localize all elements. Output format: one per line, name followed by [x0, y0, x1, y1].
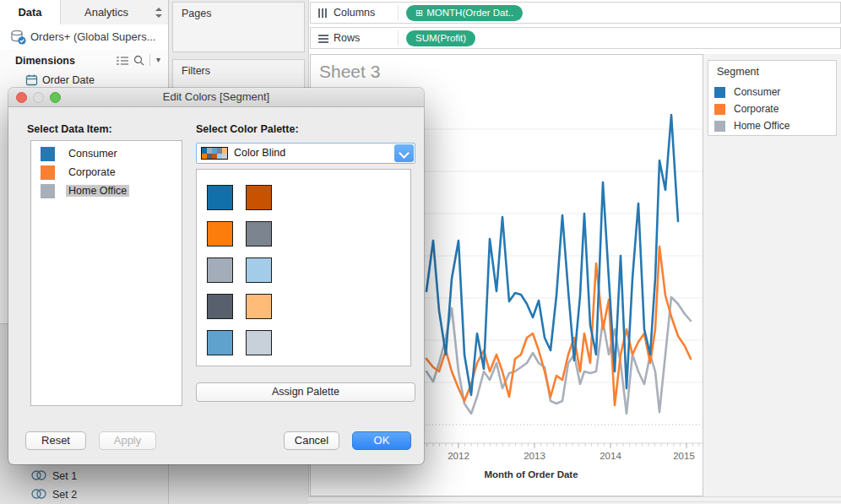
- legend-area: Segment Consumer Corporate Home Office: [703, 54, 841, 496]
- data-item-consumer[interactable]: Consumer: [31, 145, 182, 164]
- legend-item-corporate[interactable]: Corporate: [708, 103, 835, 118]
- chevron-down-icon: [399, 148, 410, 159]
- data-item-corporate[interactable]: Corporate: [31, 164, 182, 182]
- data-item-label: Home Office: [66, 185, 129, 197]
- dialog-titlebar[interactable]: Edit Colors [Segment]: [8, 88, 424, 107]
- svg-text:2012: 2012: [448, 451, 469, 461]
- search-icon[interactable]: [133, 55, 144, 66]
- pill-month-order-date[interactable]: ⊞MONTH(Order Dat..: [406, 5, 523, 21]
- calendar-icon: [25, 73, 38, 86]
- dimensions-header: Dimensions ▾: [0, 50, 168, 72]
- palette-swatch[interactable]: [207, 330, 233, 355]
- pane-sort-icon[interactable]: [155, 8, 163, 18]
- palette-swatch[interactable]: [246, 294, 272, 319]
- palette-swatch-grid[interactable]: [207, 185, 272, 355]
- svg-text:2014: 2014: [600, 451, 621, 461]
- pages-shelf[interactable]: Pages: [172, 2, 305, 52]
- palette-swatch-panel: [196, 169, 411, 366]
- svg-text:2015: 2015: [673, 451, 695, 461]
- set-1-label: Set 1: [52, 470, 77, 482]
- pages-label: Pages: [182, 8, 211, 19]
- legend-item-home-office[interactable]: Home Office: [708, 120, 835, 135]
- rows-icon: [318, 35, 328, 43]
- data-pane-tabstrip: Data Analytics: [0, 0, 168, 25]
- svg-text:Month of Order Date: Month of Order Date: [484, 469, 578, 480]
- dimensions-label: Dimensions: [15, 55, 75, 67]
- color-swatch: [41, 165, 55, 180]
- reset-button[interactable]: Reset: [25, 431, 86, 450]
- rows-shelf[interactable]: Rows SUM(Profit): [310, 27, 841, 49]
- cancel-button[interactable]: Cancel: [284, 431, 339, 450]
- tableau-window: Data Analytics Orders+ (Global Supers...…: [0, 0, 841, 504]
- dialog-title: Edit Colors [Segment]: [8, 90, 424, 103]
- palette-swatch[interactable]: [207, 185, 233, 210]
- palette-swatch[interactable]: [207, 257, 233, 283]
- color-swatch: [714, 104, 725, 115]
- color-swatch: [714, 121, 725, 132]
- palette-swatch[interactable]: [246, 330, 272, 355]
- expand-icon[interactable]: ⊞: [415, 8, 423, 18]
- data-item-home-office-selected[interactable]: Home Office: [31, 182, 182, 201]
- legend-label: Corporate: [734, 103, 779, 115]
- legend-item-consumer[interactable]: Consumer: [708, 86, 835, 101]
- color-swatch: [41, 184, 55, 198]
- field-order-date[interactable]: Order Date: [0, 72, 168, 89]
- pill-label: MONTH(Order Dat..: [426, 8, 513, 18]
- tab-analytics[interactable]: Analytics: [61, 0, 152, 24]
- ok-button[interactable]: OK: [352, 431, 411, 450]
- palette-dropdown[interactable]: Color Blind: [196, 143, 415, 164]
- palette-swatch[interactable]: [246, 185, 272, 210]
- set-venn-icon: [31, 488, 46, 500]
- set-venn-icon: [31, 469, 46, 481]
- divider: [149, 54, 150, 66]
- columns-shelf[interactable]: Columns ⊞MONTH(Order Dat..: [310, 2, 841, 24]
- svg-text:2013: 2013: [524, 451, 545, 461]
- columns-icon: [318, 8, 328, 18]
- data-item-list: Consumer Corporate Home Office: [30, 140, 182, 406]
- select-data-item-label: Select Data Item:: [27, 123, 112, 135]
- legend-title: Segment: [717, 66, 759, 78]
- color-swatch: [714, 87, 725, 98]
- pill-label: SUM(Profit): [415, 33, 466, 43]
- tab-data[interactable]: Data: [0, 0, 61, 24]
- datasource-row[interactable]: Orders+ (Global Supers...: [0, 24, 168, 50]
- dropdown-button[interactable]: [394, 144, 414, 162]
- rows-shelf-label: Rows: [334, 32, 360, 44]
- select-palette-label: Select Color Palette:: [196, 123, 299, 135]
- legend-label: Home Office: [734, 120, 789, 132]
- set-2-label: Set 2: [52, 489, 77, 501]
- palette-swatch[interactable]: [246, 221, 272, 247]
- database-icon: [10, 30, 27, 46]
- assign-palette-button[interactable]: Assign Palette: [196, 382, 415, 402]
- edit-colors-dialog: Edit Colors [Segment] Select Data Item: …: [8, 88, 424, 464]
- palette-swatch[interactable]: [207, 221, 233, 247]
- set-1-row[interactable]: Set 1: [0, 467, 168, 485]
- data-item-label: Consumer: [66, 148, 120, 160]
- set-2-row[interactable]: Set 2: [0, 485, 168, 504]
- chevron-down-icon[interactable]: ▾: [156, 55, 160, 64]
- palette-preview-icon: [201, 147, 228, 160]
- columns-shelf-label: Columns: [334, 7, 375, 19]
- palette-swatch[interactable]: [246, 257, 272, 283]
- view-list-icon[interactable]: [117, 56, 128, 66]
- palette-name: Color Blind: [234, 147, 285, 159]
- segment-legend-card: Segment Consumer Corporate Home Office: [708, 60, 837, 136]
- color-swatch: [41, 147, 55, 161]
- legend-label: Consumer: [734, 86, 780, 98]
- divider: [308, 501, 841, 502]
- apply-button[interactable]: Apply: [99, 431, 156, 450]
- field-label: Order Date: [42, 74, 95, 86]
- data-item-label: Corporate: [66, 166, 118, 178]
- pill-sum-profit[interactable]: SUM(Profit): [406, 30, 475, 46]
- datasource-name: Orders+ (Global Supers...: [30, 30, 155, 43]
- sheet-tab-strip: [308, 496, 841, 504]
- divider: [398, 5, 399, 20]
- filters-label: Filters: [182, 65, 210, 77]
- palette-swatch[interactable]: [207, 294, 233, 319]
- divider: [398, 30, 399, 46]
